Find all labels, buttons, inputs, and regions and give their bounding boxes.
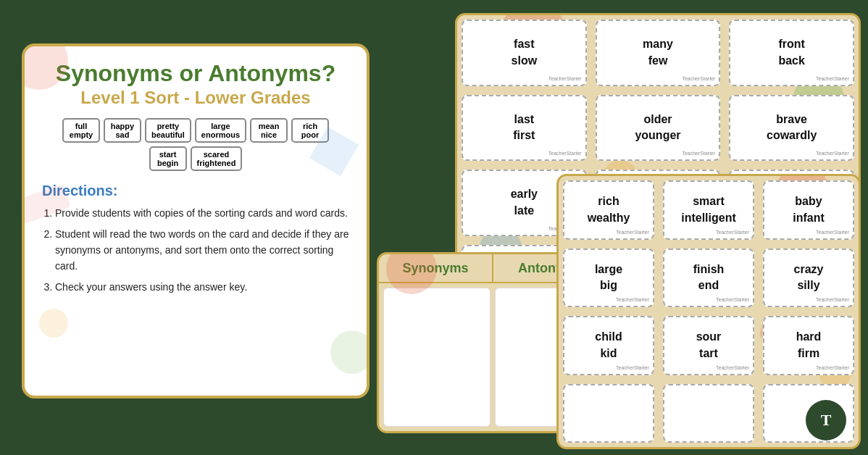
word-card-baby-infant: baby infant TeacherStarter bbox=[763, 180, 854, 240]
word-card-hard-firm: hard firm TeacherStarter bbox=[763, 316, 854, 375]
direction-3: Check your answers using the answer key. bbox=[55, 279, 349, 295]
mini-card-8: scaredfrightened bbox=[191, 146, 243, 171]
card-title-level: Level 1 Sort - Lower Grades bbox=[42, 88, 349, 108]
directions-title: Directions: bbox=[42, 183, 349, 199]
word-card-large-big: large big TeacherStarter bbox=[563, 249, 654, 308]
word-card-fast-slow: fast slow TeacherStarter bbox=[462, 20, 587, 86]
instruction-card: Synonyms or Antonyms? Level 1 Sort - Low… bbox=[22, 43, 370, 398]
mini-cards-grid: fullempty happysad prettybeautiful large… bbox=[42, 118, 349, 171]
mini-card-1: fullempty bbox=[62, 118, 100, 143]
word-card-rich-wealthy: rich wealthy TeacherStarter bbox=[563, 180, 654, 240]
word-card-finish-end: finish end TeacherStarter bbox=[663, 249, 754, 308]
word-card-crazy-silly: crazy silly TeacherStarter bbox=[763, 249, 854, 308]
directions-list: Provide students with copies of the sort… bbox=[42, 205, 349, 295]
card-title-synonyms: Synonyms or Antonyms? bbox=[42, 61, 349, 86]
word-card-smart-intelligent: smart intelligent TeacherStarter bbox=[663, 180, 754, 240]
word-card-many-few: many few TeacherStarter bbox=[596, 20, 721, 86]
synonyms-column bbox=[383, 288, 491, 427]
word-card-s2-empty-1 bbox=[563, 384, 654, 443]
mini-card-6: richpoor bbox=[291, 118, 329, 143]
word-card-brave-cowardly: brave cowardly TeacherStarter bbox=[729, 95, 854, 162]
word-card-older-younger: older younger TeacherStarter bbox=[596, 95, 721, 162]
mini-card-5: meannice bbox=[250, 118, 288, 143]
mini-card-3: prettybeautiful bbox=[145, 118, 191, 143]
mini-card-7: startbegin bbox=[149, 146, 187, 171]
logo-circle: T bbox=[806, 400, 846, 441]
logo-symbol: T bbox=[821, 411, 832, 430]
direction-2: Student will read the two words on the c… bbox=[55, 226, 349, 275]
mini-card-2: happysad bbox=[104, 118, 141, 143]
word-card-s2-empty-2 bbox=[663, 384, 754, 443]
word-card-sour-tart: sour tart TeacherStarter bbox=[663, 316, 754, 375]
word-card-last-first: last first TeacherStarter bbox=[462, 95, 587, 162]
mini-card-4: largeenormous bbox=[195, 118, 246, 143]
word-card-child-kid: child kid TeacherStarter bbox=[563, 316, 654, 375]
synonyms-header: Synonyms bbox=[379, 254, 493, 282]
main-container: Synonyms or Antonyms? Level 1 Sort - Low… bbox=[0, 0, 868, 455]
direction-1: Provide students with copies of the sort… bbox=[55, 205, 349, 221]
word-card-front-back: front back TeacherStarter bbox=[729, 20, 854, 86]
